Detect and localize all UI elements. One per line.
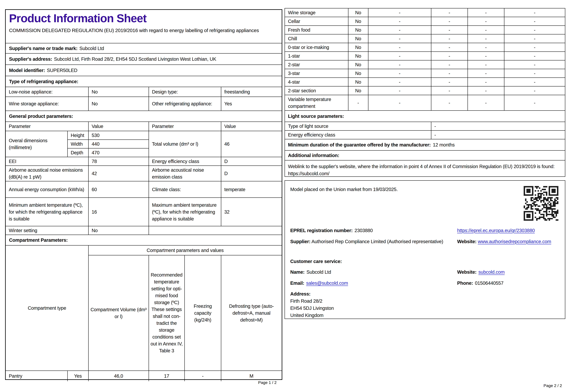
eprel-qr-link[interactable]: https://eprel.ec.europa.eu/qr/2303880 [457,227,535,234]
cell-temperature: - [431,34,468,43]
model-identifier-label: Model identifier: [9,67,45,74]
cell-freezing: - [468,17,504,26]
cell-label: Climate class: [149,181,221,198]
general-parameters-table: EEI 78 Energy efficiency class D Airborn… [6,157,282,235]
table-row: Cellar No - - - - [285,17,565,26]
table-row: Parameter Value Parameter Value [6,122,282,131]
cell-temperature: - [431,26,468,34]
page2-compartment-box: Wine storage No - - - - Cellar No - - - … [285,8,565,177]
supplier-name-label: Supplier's name or trade mark: [9,45,77,52]
address-line: Firth Road 28/2 [290,297,334,305]
website-label: Website: [457,269,477,276]
temperature-header-top: Recom­mended tempera­ture setting for op… [150,271,183,306]
page1-sheet: Product Information Sheet COMMISSION DEL… [5,9,282,380]
cell-temperature: - [431,78,468,86]
cell-temperature: - [431,52,468,60]
supplier-weblink: https://subcold.com/ [288,171,330,176]
table-row: Minimum ambient tempera­ture (ºC), for w… [6,198,282,226]
cell-temperature: - [431,17,468,26]
cell-label: Energy efficiency class [149,157,221,166]
email-link[interactable]: sales@subcold.com [306,280,348,287]
cell-defrost: - [504,69,565,78]
cell-value: 60 [88,181,149,198]
temperature-header-bottom: These set­tings shall not con­tradict th… [150,306,183,354]
cell-value: 530 [88,131,149,140]
eprel-value: 2303880 [355,227,373,234]
cell-freezing: - [468,78,504,86]
cell-value: - [431,131,565,139]
column-header-freezing: Freezing capacity (kg/24h) [184,255,221,371]
cell-temperature: - [431,95,468,111]
table-row: 0-star or ice-making No - - - - [285,43,565,52]
cell-present: No [348,8,368,17]
supplier-website-row: Website: www.authorisedrepcompliance.​co… [457,238,558,245]
website-label: Website: [457,239,477,244]
care-name-row: Name: Subcold Ltd [290,269,331,276]
cell-freezing: - [468,52,504,60]
cell-defrost: - [504,34,565,43]
column-header: Value [88,122,149,131]
cell-defrost: - [504,26,565,34]
address-label: Address: [290,290,334,297]
cell-defrost: - [504,52,565,60]
cell-value: D [221,157,282,166]
compartment-table: Compartment type Compartment parameters … [6,245,282,381]
cell-volume: - [368,52,431,60]
cell-label: Overal dimensions (millimetre) [6,131,67,157]
cell-compartment-type: 1-star [285,52,348,60]
cell-compartment-type: Fresh food [285,26,348,34]
cell-value: 46 [221,131,282,157]
supplier-website-link[interactable]: www.authorisedrepcompliance.​com [478,239,551,244]
guarantee-value: 12 months [433,142,455,147]
model-identifier-value: SUPER50LED [47,67,77,74]
name-value: Subcold Ltd [306,269,331,276]
document-canvas: Product Information Sheet COMMISSION DEL… [0,0,571,392]
cell-value: 16 [88,198,149,226]
guarantee-label: Minimum duration of the guarantee offere… [288,142,431,147]
address-line: EH54 5DJ Livingston [290,305,334,312]
cell-volume: - [368,43,431,52]
care-website-link[interactable]: subcold.com [479,269,505,276]
type-section-header: Type of refrigerating appliance: [6,76,282,87]
cell-defrost: - [504,86,565,95]
supplier-label: Supplier: [290,239,311,244]
cell-volume: - [368,8,431,17]
table-row: Energy efficiency class - [285,131,565,139]
cell-label: Design type: [149,87,221,97]
supplier-name-value: Subcold Ltd [79,45,104,52]
cell-label: Type of light source [285,122,431,131]
care-website-row: Website: subcold.com [457,269,505,276]
cell-label: Low-noise appliance: [6,87,88,97]
cell-present: No [348,86,368,95]
cell-present: No [348,52,368,60]
email-label: Email: [290,280,304,287]
supplier-name-row: Supplier's name or trade mark: Subcold L… [6,43,282,53]
table-row: Type of light source - [285,122,565,131]
table-row: Airborne acoustical noise emis­sions (dB… [6,166,282,181]
cell-freezing: - [468,60,504,69]
weblink-row: Weblink to the supplier's website, where… [285,160,565,180]
table-row: 4-star No - - - - [285,78,565,86]
cell-volume: - [368,34,431,43]
table-row: Wine storage appliance: No Other refrige… [6,97,282,111]
additional-info-section-header: Additional information: [285,151,565,160]
cell-value: - [431,122,565,131]
cell-present: - [348,95,368,111]
page1-number: Page 1 / 2 [5,380,282,385]
parameter-header-table: Parameter Value Parameter Value [6,122,282,131]
qr-code [524,186,558,221]
cell-value: No [88,97,149,111]
cell-temperature: - [431,86,468,95]
cell-volume: - [368,95,431,111]
eprel-label: EPREL registration number: [290,227,353,234]
table-row: Wine storage No - - - - [285,8,565,17]
cell-compartment-type: Chill [285,34,348,43]
appliance-type-table: Low-noise appliance: No Design type: fre… [6,87,282,111]
cell-present: No [348,69,368,78]
cell-temperature: - [431,60,468,69]
cell-defrost: - [504,8,565,17]
cell-label: Total volume (dm³ or l) [149,131,221,157]
general-section-header: General product parameters: [6,111,282,122]
cell-label: Annual energy consumption (kWh/a) [6,181,88,198]
table-row: Weblink to the supplier's website, where… [285,160,565,180]
